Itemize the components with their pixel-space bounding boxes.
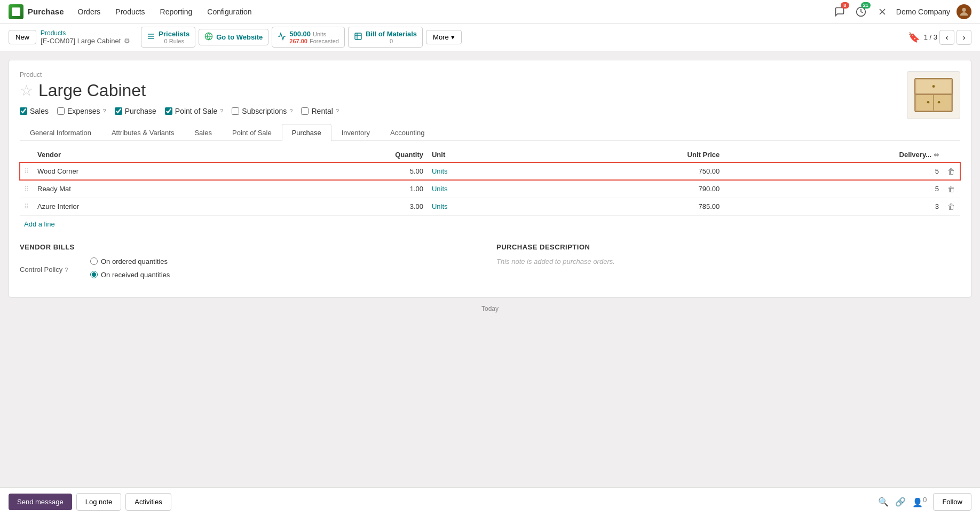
activities-icon-btn[interactable]: 21 — [853, 4, 868, 19]
qty-1[interactable]: 5.00 — [261, 162, 428, 180]
goto-website-button[interactable]: Go to Website — [199, 29, 268, 45]
vendor-name-1[interactable]: Wood Corner — [33, 162, 261, 180]
purchase-desc-title: PURCHASE DESCRIPTION — [496, 243, 960, 251]
check-subscriptions[interactable]: Subscriptions ? — [232, 107, 293, 115]
tab-general[interactable]: General Information — [20, 124, 101, 141]
col-quantity: Quantity — [261, 147, 428, 162]
nav-configuration[interactable]: Configuration — [202, 7, 257, 16]
qty-2[interactable]: 1.00 — [261, 180, 428, 198]
units-val: 500.00 — [289, 30, 311, 38]
forecasted-val: 267.00 — [289, 38, 307, 44]
nav-orders[interactable]: Orders — [73, 7, 106, 16]
chevron-down-icon: ▾ — [451, 33, 455, 41]
vendor-bills-title: VENDOR BILLS — [20, 243, 484, 251]
company-name: Demo Company — [896, 7, 950, 16]
add-line-button[interactable]: Add a line — [20, 216, 59, 232]
check-rental[interactable]: Rental ? — [301, 107, 339, 115]
vendor-name-2[interactable]: Ready Mat — [33, 180, 261, 198]
price-1[interactable]: 750.00 — [538, 162, 724, 180]
user-avatar[interactable] — [957, 4, 971, 19]
tab-sales[interactable]: Sales — [184, 124, 222, 141]
tab-purchase[interactable]: Purchase — [282, 124, 331, 141]
drag-handle-3[interactable]: ⠿ — [24, 203, 29, 210]
rental-help-icon[interactable]: ? — [336, 108, 339, 114]
more-button[interactable]: More ▾ — [426, 30, 462, 44]
product-form: Product ☆ Large Cabinet Sales Expenses ?… — [9, 60, 971, 298]
radio-received[interactable]: On received quantities — [90, 271, 170, 279]
unit-3[interactable]: Units — [428, 198, 538, 215]
tab-accounting[interactable]: Accounting — [380, 124, 434, 141]
nav-reporting[interactable]: Reporting — [155, 7, 198, 16]
pricelists-sub: 0 Rules — [159, 38, 189, 44]
app-name: Purchase — [28, 7, 64, 16]
nav-products[interactable]: Products — [110, 7, 150, 16]
product-title[interactable]: Large Cabinet — [38, 81, 146, 100]
forecasted-label: Forecasted — [310, 38, 339, 44]
tab-pos[interactable]: Point of Sale — [222, 124, 282, 141]
svg-point-3 — [962, 7, 966, 11]
delete-icon-2[interactable]: 🗑 — [947, 185, 955, 193]
next-button[interactable]: › — [957, 30, 971, 45]
unit-1[interactable]: Units — [428, 162, 538, 180]
breadcrumb-parent[interactable]: Products — [41, 29, 130, 37]
delivery-3[interactable]: 3 — [724, 198, 943, 215]
action-bar: New Products [E-COM07] Large Cabinet ⚙ P… — [0, 24, 980, 51]
control-policy-help-icon[interactable]: ? — [65, 267, 68, 273]
action-buttons: Pricelists 0 Rules Go to Website 500.00 … — [141, 27, 461, 48]
check-pos[interactable]: Point of Sale ? — [165, 107, 224, 115]
delete-icon-1[interactable]: 🗑 — [947, 167, 955, 176]
delivery-2[interactable]: 5 — [724, 180, 943, 198]
vendor-name-3[interactable]: Azure Interior — [33, 198, 261, 215]
settings-icon[interactable]: ⚙ — [124, 37, 130, 45]
favorite-star-icon[interactable]: ☆ — [20, 82, 33, 99]
check-sales[interactable]: Sales — [20, 107, 49, 115]
product-tabs: General Information Attributes & Variant… — [20, 124, 960, 141]
check-expenses[interactable]: Expenses ? — [57, 107, 106, 115]
tab-variants[interactable]: Attributes & Variants — [101, 124, 185, 141]
top-navigation: Purchase Orders Products Reporting Confi… — [0, 0, 980, 24]
messages-badge: 8 — [841, 2, 849, 9]
subscriptions-help-icon[interactable]: ? — [289, 108, 293, 114]
pricelists-icon — [147, 32, 155, 42]
new-button[interactable]: New — [9, 30, 36, 44]
bookmark-icon[interactable]: 🔖 — [908, 32, 920, 43]
radio-ordered[interactable]: On ordered quantities — [90, 257, 170, 265]
col-delivery: Delivery... ⇔ — [724, 147, 943, 162]
purchase-desc-placeholder[interactable]: This note is added to purchase orders. — [496, 257, 960, 265]
delete-icon-3[interactable]: 🗑 — [947, 202, 955, 211]
unit-2[interactable]: Units — [428, 180, 538, 198]
svg-point-14 — [927, 101, 930, 104]
units-button[interactable]: 500.00 Units 267.00 Forecasted — [272, 27, 345, 48]
pagination: 1 / 3 ‹ › — [924, 30, 971, 45]
vendor-bills-section: VENDOR BILLS Control Policy ? On ordered… — [20, 243, 484, 286]
close-icon-btn[interactable] — [875, 4, 890, 19]
price-3[interactable]: 785.00 — [538, 198, 724, 215]
drag-handle-1[interactable]: ⠿ — [24, 168, 29, 175]
vendor-row-2[interactable]: ⠿ Ready Mat 1.00 Units 790.00 5 🗑 — [20, 180, 960, 198]
check-purchase[interactable]: Purchase — [115, 107, 156, 115]
app-logo — [9, 4, 23, 19]
pos-help-icon[interactable]: ? — [220, 108, 223, 114]
expenses-help-icon[interactable]: ? — [103, 108, 106, 114]
qty-3[interactable]: 3.00 — [261, 198, 428, 215]
price-2[interactable]: 790.00 — [538, 180, 724, 198]
resize-icon[interactable]: ⇔ — [934, 151, 939, 159]
pagination-label: 1 / 3 — [924, 33, 937, 41]
units-label: Units — [313, 31, 326, 37]
bom-val: 0 — [366, 38, 417, 44]
today-label: Today — [9, 302, 971, 316]
prev-button[interactable]: ‹ — [939, 30, 954, 45]
pricelists-button[interactable]: Pricelists 0 Rules — [141, 27, 195, 48]
bom-button[interactable]: Bill of Materials 0 — [348, 27, 423, 48]
tab-inventory[interactable]: Inventory — [331, 124, 380, 141]
vendor-row-3[interactable]: ⠿ Azure Interior 3.00 Units 785.00 3 🗑 — [20, 198, 960, 215]
product-label: Product — [20, 71, 339, 79]
col-unit: Unit — [428, 147, 538, 162]
vendor-row-1[interactable]: ⠿ Wood Corner 5.00 Units 750.00 5 🗑 — [20, 162, 960, 180]
breadcrumb-current: [E-COM07] Large Cabinet — [41, 37, 121, 45]
product-options-row: Sales Expenses ? Purchase Point of Sale … — [20, 107, 339, 115]
messages-icon-btn[interactable]: 8 — [832, 4, 847, 19]
delivery-1[interactable]: 5 — [724, 162, 943, 180]
drag-handle-2[interactable]: ⠿ — [24, 185, 29, 193]
activities-badge: 21 — [861, 2, 871, 9]
